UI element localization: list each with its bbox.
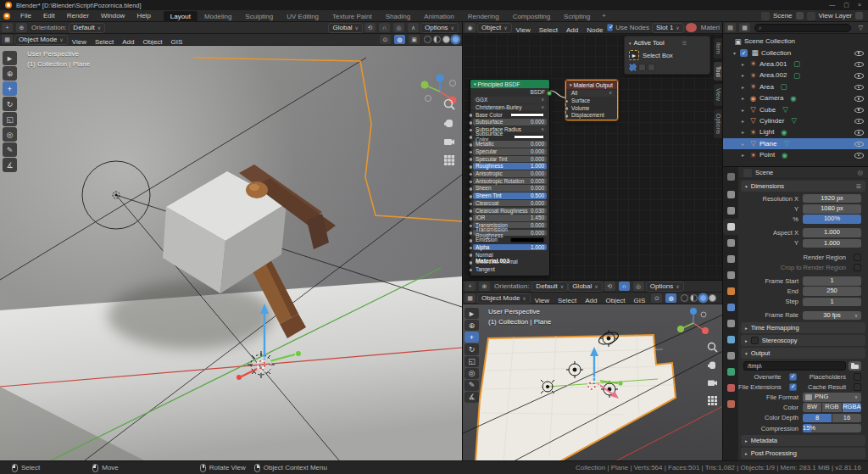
workspace-tab[interactable]: Modeling [198,11,238,22]
editor-type-icon[interactable]: ◉ [465,23,476,32]
object-name[interactable]: Cylinder [760,117,784,125]
shading-wireframe-icon[interactable] [424,36,431,43]
outliner-search-input[interactable]: ⌕ [754,24,851,32]
frame-rate-dropdown[interactable]: 30 fps [803,311,861,321]
node-input-row[interactable]: Anisotropic Rotation 0.000 [473,178,547,185]
node-input-row[interactable]: Surface [569,98,615,104]
viewport-menu[interactable]: View [68,38,91,46]
workspace-tab[interactable]: UV Editing [280,11,326,22]
outliner-row[interactable]: ▸ ▽ Cube ▽ [723,103,868,114]
overlays-toggle-icon[interactable]: ◍ [665,293,676,303]
expand-arrow-icon[interactable]: ▸ [742,61,748,67]
editor-type-icon[interactable] [723,169,738,185]
blender-menu-icon[interactable] [3,13,10,20]
node-input-row[interactable]: Roughness 1.000 [473,163,547,170]
snap-magnet-icon[interactable]: ∩ [619,282,630,291]
viewport-menu[interactable]: Add [581,297,601,304]
active-tool-icon[interactable]: + [2,23,13,32]
node-input-row[interactable]: Transmission Roughness 0.000 [473,230,547,237]
properties-tab[interactable] [723,348,738,364]
shader-canvas[interactable]: Principled BSDF BSDF GGX Christensen-Bur [463,34,723,280]
material-output-node[interactable]: Material Output All Surface Volume [565,80,618,120]
workspace-tab[interactable]: Shading [379,11,417,22]
panel-stereoscopy-header[interactable]: Stereoscopy [741,335,865,346]
topbar-menu[interactable]: File [14,12,37,20]
close-button[interactable]: × [858,2,861,8]
outliner-row[interactable]: ▸ ☀ Area.001 ▢ [723,59,868,70]
node-input-row[interactable]: Tangent [473,266,547,273]
node-input-row[interactable]: Anisotropic 0.000 [473,170,547,177]
outliner-row[interactable]: ▸ ◉ Camera ◉ [723,92,868,103]
topbar-menu[interactable]: Window [95,12,131,20]
object-name[interactable]: Area.001 [760,60,787,68]
outliner-row[interactable]: ▣ Scene Collection [723,36,868,47]
stereoscop-checkbox[interactable] [751,337,759,344]
viewport-menu[interactable]: Object [138,38,166,46]
toggle-perspective-grid-icon[interactable] [707,395,718,406]
panel-post-processing-header[interactable]: Post Processing [741,448,865,459]
object-name[interactable]: Area.002 [760,71,787,79]
tool-button[interactable]: ⊕ [465,320,479,331]
select-mode-buttons[interactable] [629,64,705,71]
shading-solid-icon[interactable] [690,294,698,302]
shader-menu[interactable]: Add [562,26,582,34]
cache-result-checkbox[interactable] [854,383,861,391]
pin-icon[interactable]: ◎ [857,169,863,176]
color-bw-button[interactable]: BW [803,403,821,412]
options-dropdown[interactable]: Options [420,23,459,33]
outliner-row[interactable]: ▾ ✓ ▦ Collection [723,47,868,58]
visibility-eye-icon[interactable] [854,128,864,137]
expand-arrow-icon[interactable]: ▸ [742,84,748,90]
viewport-menu[interactable]: GIS [630,297,650,304]
visibility-eye-icon[interactable] [854,105,864,114]
node-input-row[interactable]: All [569,90,615,97]
workspace-tab[interactable]: Texture Paint [326,11,379,22]
properties-tab[interactable] [723,396,738,412]
outliner-row[interactable]: ▸ ☀ Area.002 ▢ [723,70,868,81]
tool-button[interactable]: + [3,81,17,96]
properties-tab[interactable] [723,315,738,332]
tool-button[interactable]: + [465,332,479,343]
color-rgb-button[interactable]: RGB [822,403,841,412]
depth-8-button[interactable]: 8 [803,414,832,423]
node-input-row[interactable]: Alpha 1.000 [473,244,547,251]
transform-orientation-dropdown[interactable]: Global [328,23,363,33]
viewport-canvas[interactable]: User Perspective (1) Collection | Plane … [0,46,462,460]
outliner-row[interactable]: ▸ ▽ Cylinder ▽ [723,115,868,126]
visibility-eye-icon[interactable] [854,116,864,125]
color-swatch[interactable] [510,113,544,118]
zoom-icon[interactable] [707,342,718,353]
tool-button[interactable]: ► [465,308,479,319]
breadcrumb-label[interactable]: Scene [755,169,773,176]
overwrite-checkbox[interactable] [789,373,797,381]
properties-tab[interactable] [723,235,738,251]
editor-type-icon[interactable]: ▦ [465,293,476,303]
node-input-row[interactable]: Subsurface 0.000 [473,119,547,125]
color-rgba-button[interactable]: RGBA [843,403,861,412]
properties-tab[interactable] [723,332,738,348]
visibility-eye-icon[interactable] [854,151,864,159]
node-header[interactable]: Principled BSDF [470,80,549,88]
tool-button[interactable]: ◱ [465,356,479,367]
expand-arrow-icon[interactable]: ▸ [742,72,748,78]
options-dropdown[interactable]: Options [646,282,684,292]
viewport-menu[interactable]: GIS [167,38,187,46]
node-input-row[interactable]: Volume [569,105,615,112]
tool-button[interactable]: ⊕ [3,66,17,81]
aspect-y-field[interactable]: 1.000 [803,239,861,248]
topbar-menu[interactable]: Help [131,12,156,20]
workspace-tab[interactable]: Layout [164,11,198,22]
expand-arrow-icon[interactable]: ▸ [742,141,748,147]
depth-16-button[interactable]: 16 [832,414,861,423]
properties-tab[interactable] [723,364,738,380]
shader-menu[interactable]: Node [582,26,607,34]
tool-button[interactable]: ◎ [3,127,17,142]
bsdf-output-socket[interactable]: BSDF [470,88,549,96]
viewport-menu[interactable]: Select [91,38,118,46]
maximize-button[interactable]: ▢ [843,2,849,8]
outliner-row[interactable]: ▸ ☀ Point ◉ [723,149,868,160]
frame-end-field[interactable]: 250 [803,287,861,296]
visibility-eye-icon[interactable] [854,139,864,148]
tool-button[interactable]: ► [3,51,17,65]
xray-toggle-icon[interactable]: ▣ [409,35,420,44]
